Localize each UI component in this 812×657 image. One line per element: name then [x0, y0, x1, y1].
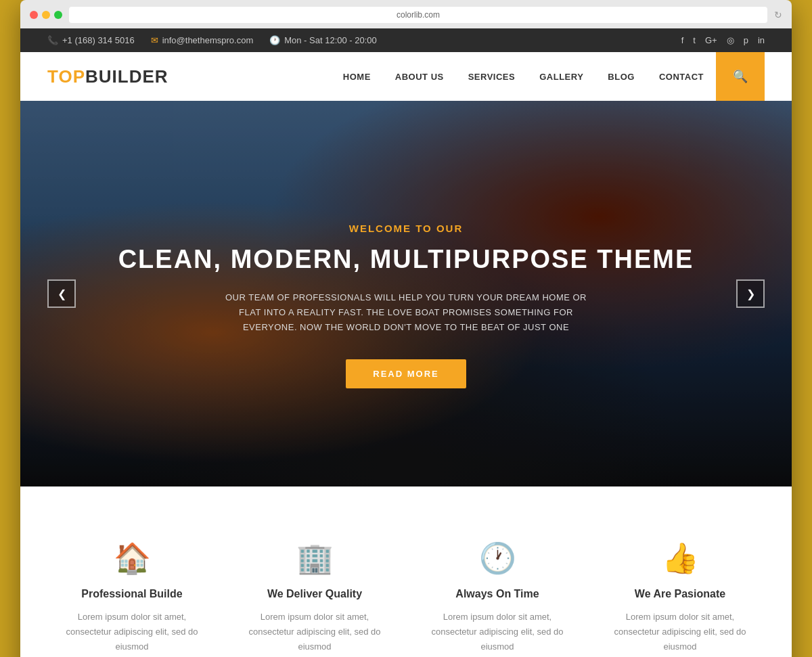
site-wrapper: 📞 +1 (168) 314 5016 ✉ info@thethemspro.c… — [20, 28, 792, 657]
feature-title-1: Professional Builde — [61, 588, 203, 600]
clock-icon: 🕐 — [269, 35, 280, 45]
browser-chrome: colorlib.com ↻ — [20, 0, 792, 28]
feature-item-1: 🏠 Professional Builde Lorem ipsum dolor … — [47, 527, 217, 657]
hero-description: OUR TEAM OF PROFESSIONALS WILL HELP YOU … — [223, 290, 589, 335]
nav-contact[interactable]: CONTACT — [647, 52, 716, 101]
pinterest-icon[interactable]: p — [744, 35, 748, 45]
features-section: 🏠 Professional Builde Lorem ipsum dolor … — [20, 486, 792, 657]
nav-gallery[interactable]: GALLERY — [527, 52, 595, 101]
facebook-icon[interactable]: f — [681, 35, 684, 45]
top-bar-left: 📞 +1 (168) 314 5016 ✉ info@thethemspro.c… — [47, 35, 377, 45]
browser-window: colorlib.com ↻ 📞 +1 (168) 314 5016 ✉ inf… — [20, 0, 792, 657]
address-bar[interactable]: colorlib.com — [69, 7, 767, 23]
phone-number: +1 (168) 314 5016 — [62, 35, 135, 45]
phone-item: 📞 +1 (168) 314 5016 — [47, 35, 135, 45]
hours-item: 🕐 Mon - Sat 12:00 - 20:00 — [269, 35, 377, 45]
site-header: TOPBUILDER HOME ABOUT US SERVICES GALLER… — [20, 52, 792, 101]
hero-cta-button[interactable]: READ MORE — [346, 359, 466, 388]
feature-desc-3: Lorem ipsum dolor sit amet, consectetur … — [426, 610, 568, 654]
instagram-icon[interactable]: ◎ — [727, 35, 734, 45]
nav-services[interactable]: SERVICES — [456, 52, 528, 101]
nav-about[interactable]: ABOUT US — [383, 52, 456, 101]
feature-icon-2: 🏢 — [244, 541, 386, 576]
feature-title-4: We Are Pasionate — [609, 588, 751, 600]
search-button[interactable]: 🔍 — [716, 52, 765, 101]
feature-title-2: We Deliver Quality — [244, 588, 386, 600]
googleplus-icon[interactable]: G+ — [705, 35, 717, 45]
hero-content: WELCOME TO OUR CLEAN, MODERN, MULTIPURPO… — [20, 101, 792, 388]
minimize-button[interactable] — [42, 11, 50, 19]
social-links: f t G+ ◎ p in — [681, 35, 765, 45]
feature-icon-3: 🕐 — [426, 541, 568, 576]
feature-icon-4: 👍 — [609, 541, 751, 576]
feature-item-4: 👍 We Are Pasionate Lorem ipsum dolor sit… — [595, 527, 765, 657]
hours-text: Mon - Sat 12:00 - 20:00 — [284, 35, 377, 45]
linkedin-icon[interactable]: in — [758, 35, 765, 45]
feature-title-3: Always On Time — [426, 588, 568, 600]
search-icon: 🔍 — [733, 69, 748, 84]
maximize-button[interactable] — [54, 11, 62, 19]
arrow-right-icon: ❯ — [746, 288, 755, 300]
feature-item-3: 🕐 Always On Time Lorem ipsum dolor sit a… — [413, 527, 582, 657]
email-item: ✉ info@thethemspro.com — [151, 35, 254, 45]
hero-title: CLEAN, MODERN, MULTIPURPOSE THEME — [20, 245, 792, 274]
phone-icon: 📞 — [47, 35, 58, 45]
hero-section: ❮ WELCOME TO OUR CLEAN, MODERN, MULTIPUR… — [20, 101, 792, 486]
nav-home[interactable]: HOME — [331, 52, 383, 101]
logo-builder: BUILDER — [85, 66, 168, 87]
hero-welcome-text: WELCOME TO OUR — [20, 223, 792, 234]
site-logo[interactable]: TOPBUILDER — [47, 66, 168, 87]
nav-blog[interactable]: BLOG — [595, 52, 647, 101]
twitter-icon[interactable]: t — [693, 35, 696, 45]
hero-next-button[interactable]: ❯ — [736, 279, 765, 308]
close-button[interactable] — [30, 11, 38, 19]
email-address: info@thethemspro.com — [162, 35, 254, 45]
feature-desc-1: Lorem ipsum dolor sit amet, consectetur … — [61, 610, 203, 654]
traffic-lights — [30, 11, 62, 19]
url-text: colorlib.com — [397, 10, 440, 20]
top-bar: 📞 +1 (168) 314 5016 ✉ info@thethemspro.c… — [20, 28, 792, 52]
email-icon: ✉ — [151, 35, 158, 45]
feature-icon-1: 🏠 — [61, 541, 203, 576]
feature-desc-4: Lorem ipsum dolor sit amet, consectetur … — [609, 610, 751, 654]
feature-item-2: 🏢 We Deliver Quality Lorem ipsum dolor s… — [230, 527, 399, 657]
refresh-button[interactable]: ↻ — [774, 9, 782, 20]
feature-desc-2: Lorem ipsum dolor sit amet, consectetur … — [244, 610, 386, 654]
main-nav: HOME ABOUT US SERVICES GALLERY BLOG CONT… — [331, 52, 765, 101]
logo-top: TOP — [47, 66, 85, 87]
